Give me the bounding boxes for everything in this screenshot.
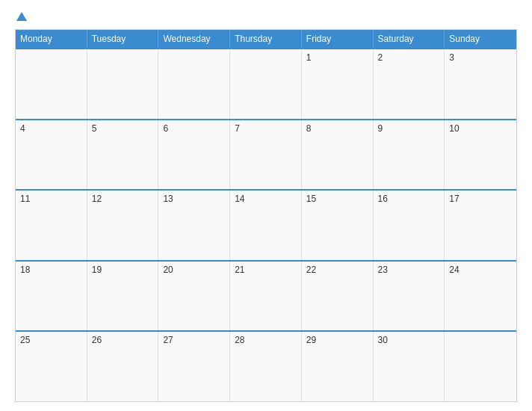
calendar: MondayTuesdayWednesdayThursdayFridaySatu… [15,29,517,402]
day-cell: 8 [302,120,374,190]
logo [15,12,27,22]
day-cell: 9 [374,120,445,190]
day-cell: 14 [230,191,302,260]
day-cell: 28 [230,332,302,401]
day-number: 29 [306,335,316,345]
day-cell: 12 [87,191,159,260]
week-row-0: 123 [16,48,516,119]
day-cell: 16 [374,191,445,260]
day-number: 18 [20,265,30,275]
day-number: 24 [449,265,459,275]
day-number: 5 [92,123,97,134]
days-header: MondayTuesdayWednesdayThursdayFridaySatu… [16,30,516,48]
day-header-monday: Monday [16,30,87,48]
day-cell [230,49,302,119]
day-cell: 18 [16,262,87,331]
day-cell: 3 [445,49,516,119]
day-cell: 7 [230,120,302,190]
logo-blue-text [15,12,27,22]
week-row-2: 11121314151617 [16,189,516,260]
day-cell: 26 [87,332,159,401]
day-number: 3 [449,52,454,63]
day-number: 15 [306,194,316,204]
day-number: 25 [20,335,30,345]
day-cell: 10 [445,120,516,190]
day-cell: 5 [87,120,159,190]
day-number: 17 [449,194,459,204]
day-header-friday: Friday [302,30,374,48]
day-number: 4 [20,123,25,134]
day-cell [16,49,87,119]
day-header-thursday: Thursday [230,30,302,48]
day-cell: 24 [445,262,516,331]
day-cell [445,332,516,401]
day-number: 12 [92,194,102,204]
day-cell: 27 [158,332,230,401]
day-number: 21 [235,265,244,275]
week-row-4: 252627282930 [16,330,516,401]
day-cell [158,49,230,119]
day-cell: 29 [302,332,374,401]
day-number: 23 [378,265,388,275]
day-number: 28 [235,335,244,345]
day-cell: 19 [87,262,159,331]
day-number: 8 [306,123,312,134]
day-cell: 17 [445,191,516,260]
day-number: 22 [306,265,316,275]
day-cell: 23 [374,262,445,331]
day-cell: 15 [302,191,374,260]
day-number: 19 [92,265,102,275]
day-cell: 25 [16,332,87,401]
day-header-sunday: Sunday [445,30,516,48]
day-cell: 22 [302,262,374,331]
day-number: 10 [449,123,459,134]
day-cell: 20 [158,262,230,331]
logo-triangle-icon [16,12,27,21]
day-number: 1 [306,52,312,63]
day-number: 13 [163,194,173,204]
day-cell [87,49,159,119]
header [15,12,517,22]
page: MondayTuesdayWednesdayThursdayFridaySatu… [0,0,532,411]
day-number: 9 [378,123,383,134]
day-cell: 6 [158,120,230,190]
day-cell: 13 [158,191,230,260]
day-cell: 11 [16,191,87,260]
day-number: 16 [378,194,388,204]
day-number: 30 [378,335,388,345]
day-number: 7 [235,123,240,134]
weeks-grid: 1234567891011121314151617181920212223242… [16,48,516,401]
day-header-saturday: Saturday [374,30,445,48]
day-header-wednesday: Wednesday [158,30,230,48]
day-number: 2 [378,52,383,63]
day-cell: 4 [16,120,87,190]
day-header-tuesday: Tuesday [87,30,159,48]
day-number: 27 [163,335,173,345]
day-number: 11 [20,194,30,204]
day-cell: 2 [374,49,445,119]
day-number: 6 [163,123,168,134]
day-cell: 1 [302,49,374,119]
day-cell: 21 [230,262,302,331]
week-row-3: 18192021222324 [16,260,516,331]
day-number: 14 [235,194,244,204]
day-number: 26 [92,335,102,345]
week-row-1: 45678910 [16,119,516,190]
day-cell: 30 [374,332,445,401]
day-number: 20 [163,265,173,275]
